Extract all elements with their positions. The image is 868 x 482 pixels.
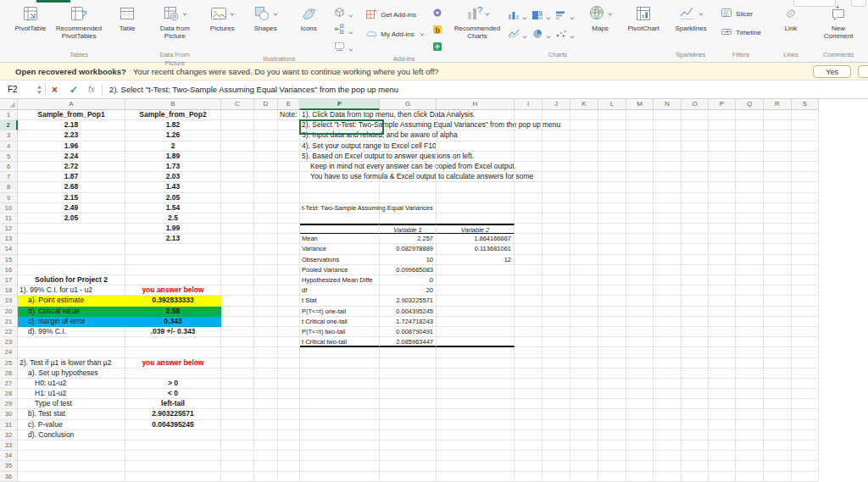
cell-N30[interactable] <box>654 409 682 419</box>
cell-A22[interactable]: d). 99% C.I. <box>18 327 125 337</box>
cell-D10[interactable] <box>254 203 278 213</box>
cell-G22[interactable]: 0.008790491 <box>380 327 437 337</box>
cell-D27[interactable] <box>254 379 278 389</box>
cell-S13[interactable] <box>792 234 819 244</box>
cell-S34[interactable] <box>792 451 819 461</box>
cell-A2[interactable]: 2.18 <box>18 120 125 130</box>
row-header-36[interactable]: 36 <box>0 472 18 482</box>
select-all-corner[interactable] <box>0 99 18 110</box>
cell-E17[interactable] <box>278 275 300 285</box>
cell-D17[interactable] <box>254 275 278 285</box>
cutoff-button[interactable] <box>858 65 868 78</box>
cell-G34[interactable] <box>380 451 437 461</box>
cell-Q27[interactable] <box>736 379 764 389</box>
ribbon-button-recommended-charts[interactable]: ?Recommended Charts <box>454 4 500 40</box>
column-header-N[interactable]: N <box>654 99 682 110</box>
cell-S31[interactable] <box>792 420 819 430</box>
ribbon-button-ch-pie[interactable] <box>531 27 551 42</box>
cell-N29[interactable] <box>654 399 682 409</box>
cell-A5[interactable]: 2.24 <box>18 152 125 162</box>
cell-G33[interactable] <box>380 440 437 451</box>
cell-R29[interactable] <box>764 399 792 409</box>
ribbon-button-pivottable[interactable]: PivotTable <box>13 4 48 33</box>
cell-P12[interactable] <box>709 224 736 234</box>
cell-L18[interactable] <box>598 285 626 296</box>
cell-L16[interactable] <box>598 265 626 275</box>
cell-P2[interactable] <box>709 120 736 130</box>
cell-F1[interactable]: 1). Click Data from top menu, then click… <box>300 110 380 120</box>
cell-B18[interactable]: you answer below <box>125 285 221 296</box>
row-header-1[interactable]: 1 <box>0 110 18 120</box>
cell-Q15[interactable] <box>736 255 764 265</box>
cell-Q32[interactable] <box>736 430 764 440</box>
cell-O32[interactable] <box>682 430 709 440</box>
cell-J24[interactable] <box>542 347 570 357</box>
cell-H14[interactable]: 0.113681061 <box>437 244 515 254</box>
ribbon-button-addin3[interactable] <box>432 40 442 55</box>
cell-L14[interactable] <box>598 244 626 254</box>
cell-R2[interactable] <box>764 120 792 130</box>
cell-S9[interactable] <box>792 193 819 203</box>
cell-R9[interactable] <box>764 193 792 203</box>
cell-E4[interactable] <box>278 141 300 152</box>
cell-N31[interactable] <box>654 420 682 430</box>
cell-L6[interactable] <box>598 162 626 172</box>
cell-K8[interactable] <box>570 182 598 192</box>
cell-Q35[interactable] <box>736 461 764 471</box>
cell-R10[interactable] <box>764 203 792 213</box>
cell-S32[interactable] <box>792 430 819 440</box>
cell-M24[interactable] <box>626 347 654 357</box>
cell-K26[interactable] <box>570 368 598 379</box>
cell-A21[interactable]: c). margin of error <box>18 317 125 327</box>
cell-C16[interactable] <box>221 265 254 275</box>
cell-O15[interactable] <box>682 255 709 265</box>
cell-N8[interactable] <box>654 182 682 192</box>
cell-C18[interactable] <box>221 285 254 296</box>
cell-O16[interactable] <box>682 265 709 275</box>
row-header-16[interactable]: 16 <box>0 265 18 275</box>
cell-G13[interactable]: 2.257 <box>380 234 437 244</box>
row-header-21[interactable]: 21 <box>0 317 18 327</box>
cell-R17[interactable] <box>764 275 792 285</box>
cell-R3[interactable] <box>764 130 792 141</box>
cell-G35[interactable] <box>380 461 437 471</box>
cell-K28[interactable] <box>570 389 598 399</box>
cell-C31[interactable] <box>221 420 254 430</box>
cell-F18[interactable]: df <box>300 285 380 296</box>
row-header-13[interactable]: 13 <box>0 234 18 244</box>
cell-C15[interactable] <box>221 255 254 265</box>
cell-O29[interactable] <box>682 399 709 409</box>
cell-H20[interactable] <box>437 307 515 317</box>
cell-R5[interactable] <box>764 152 792 162</box>
cell-H23[interactable] <box>437 337 515 347</box>
cell-L8[interactable] <box>598 182 626 192</box>
cell-I9[interactable] <box>515 193 542 203</box>
cell-S7[interactable] <box>792 172 819 182</box>
cell-P18[interactable] <box>709 285 736 296</box>
cell-I7[interactable] <box>515 172 542 182</box>
cell-B23[interactable] <box>125 337 221 347</box>
cell-F2[interactable]: 2). Select "t-Test: Two-Sample Assuming … <box>300 120 380 130</box>
cell-I23[interactable] <box>515 337 542 347</box>
cell-F13[interactable]: Mean <box>300 234 380 244</box>
cell-B3[interactable]: 1.26 <box>125 130 221 141</box>
cell-A33[interactable] <box>18 440 125 451</box>
cell-S35[interactable] <box>792 461 819 471</box>
cell-M12[interactable] <box>626 224 654 234</box>
cell-J1[interactable] <box>542 110 570 120</box>
row-header-7[interactable]: 7 <box>0 172 18 182</box>
cell-I21[interactable] <box>515 317 542 327</box>
cell-O13[interactable] <box>682 234 709 244</box>
cell-J7[interactable] <box>542 172 570 182</box>
cell-C22[interactable] <box>221 327 254 337</box>
cell-I29[interactable] <box>515 399 542 409</box>
cell-P30[interactable] <box>709 409 736 419</box>
cell-F32[interactable] <box>300 430 380 440</box>
cell-N19[interactable] <box>654 296 682 306</box>
cell-B34[interactable] <box>125 451 221 461</box>
cell-I27[interactable] <box>515 379 542 389</box>
cell-K11[interactable] <box>570 213 598 224</box>
cell-B16[interactable] <box>125 265 221 275</box>
cell-Q16[interactable] <box>736 265 764 275</box>
row-header-5[interactable]: 5 <box>0 152 18 162</box>
